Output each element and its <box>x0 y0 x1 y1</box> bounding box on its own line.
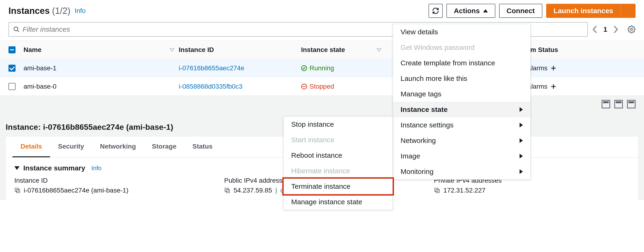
mi-image[interactable]: Image <box>393 148 530 164</box>
state-running: Running <box>301 64 334 72</box>
status-ok-icon <box>301 65 307 71</box>
detail-value: i-07616b8655aec274e (ami-base-1) <box>14 187 128 194</box>
detail-title-id: i-07616b8655aec274e (ami-base-1) <box>43 122 173 131</box>
state-label: Running <box>310 64 334 72</box>
detail-value: 172.31.52.227 <box>434 187 486 194</box>
caret-up-icon <box>483 9 488 12</box>
svg-rect-20 <box>435 188 438 191</box>
density-full[interactable] <box>627 100 636 108</box>
actions-menu: View details Get Windows password Create… <box>393 24 531 180</box>
launch-instances-caret[interactable] <box>621 4 636 18</box>
row-name: ami-base-1 <box>24 64 56 72</box>
col-state[interactable]: Instance state <box>301 46 386 54</box>
plus-icon <box>550 65 556 71</box>
next-page-icon[interactable] <box>614 26 618 33</box>
mi-launch-more[interactable]: Launch more like this <box>393 71 530 86</box>
select-all[interactable] <box>0 46 24 53</box>
mi-reboot-instance[interactable]: Reboot instance <box>284 148 392 163</box>
filter-row: 1 <box>0 22 644 40</box>
launch-label: Launch instances <box>554 7 613 15</box>
instance-state-submenu: Stop instance Start instance Reboot inst… <box>284 116 393 210</box>
launch-instances-button[interactable]: Launch instances <box>546 4 621 18</box>
detail-value-text: 54.237.59.85 <box>234 187 272 194</box>
refresh-button[interactable] <box>428 4 443 18</box>
svg-rect-18 <box>225 188 228 191</box>
chevron-right-icon <box>510 138 523 143</box>
density-normal[interactable] <box>614 100 623 108</box>
state-label: Stopped <box>310 83 334 90</box>
row-checkbox[interactable] <box>8 65 16 72</box>
info-link[interactable]: Info <box>74 7 86 14</box>
chevron-right-icon <box>510 169 523 174</box>
mi-manage-tags[interactable]: Manage tags <box>393 86 530 102</box>
svg-rect-17 <box>226 190 230 193</box>
mi-networking[interactable]: Networking <box>393 133 530 148</box>
actions-button[interactable]: Actions <box>446 4 495 18</box>
copy-icon[interactable] <box>14 187 20 194</box>
table-row[interactable]: ami-base-0 i-0858868d0335fb0c3 Stopped N… <box>0 77 644 96</box>
density-compact[interactable] <box>602 100 610 108</box>
settings-gear-icon[interactable] <box>628 25 636 33</box>
plus-icon <box>550 83 556 90</box>
section-header[interactable]: Instance summary Info <box>14 164 102 174</box>
prev-page-icon[interactable] <box>592 26 597 33</box>
mi-instance-settings[interactable]: Instance settings <box>393 117 530 133</box>
sort-caret-icon <box>170 48 174 51</box>
svg-rect-15 <box>16 190 20 193</box>
pager: 1 <box>592 25 618 33</box>
section-info-link[interactable]: Info <box>91 165 101 172</box>
chevron-down-icon <box>14 166 20 170</box>
mi-hibernate-instance: Hibernate instance <box>284 163 392 179</box>
mi-monitoring[interactable]: Monitoring <box>393 164 530 179</box>
mi-manage-instance-state[interactable]: Manage instance state <box>284 194 392 210</box>
table-header: Name Instance ID Instance state heck Ala… <box>0 41 644 59</box>
mi-label: Instance settings <box>400 121 454 129</box>
mi-label: Image <box>400 152 420 160</box>
tab-networking[interactable]: Networking <box>92 137 144 157</box>
table-row[interactable]: ami-base-1 i-07616b8655aec274e Running l… <box>0 59 644 77</box>
tab-details[interactable]: Details <box>12 137 50 157</box>
svg-marker-0 <box>483 9 488 12</box>
row-id[interactable]: i-0858868d0335fb0c3 <box>179 83 242 90</box>
row-checkbox[interactable] <box>8 83 16 90</box>
mi-view-details[interactable]: View details <box>393 24 530 40</box>
row-name: ami-base-0 <box>24 83 56 90</box>
col-name[interactable]: Name <box>24 46 179 54</box>
section-title: Instance summary <box>23 164 85 172</box>
sort-caret-icon <box>377 48 381 51</box>
col-name-label: Name <box>24 46 42 54</box>
tab-storage[interactable]: Storage <box>144 137 184 157</box>
svg-point-2 <box>14 27 18 31</box>
title-text: Instances <box>8 6 50 16</box>
copy-icon[interactable] <box>224 187 230 194</box>
page-number: 1 <box>603 25 607 33</box>
tab-security[interactable]: Security <box>50 137 92 157</box>
row-id[interactable]: i-07616b8655aec274e <box>179 64 244 72</box>
mi-create-template[interactable]: Create template from instance <box>393 55 530 71</box>
svg-marker-23 <box>520 138 523 143</box>
detail-label: Instance ID <box>14 177 210 184</box>
detail-col-instance-id: Instance ID i-07616b8655aec274e (ami-bas… <box>14 177 210 195</box>
mi-get-windows-password: Get Windows password <box>393 40 530 55</box>
mi-instance-state[interactable]: Instance state <box>393 102 530 117</box>
svg-rect-16 <box>15 188 18 191</box>
connect-label: Connect <box>507 7 535 15</box>
svg-marker-14 <box>14 166 20 170</box>
mi-terminate-instance[interactable]: Terminate instance <box>282 177 394 196</box>
svg-point-7 <box>302 66 307 71</box>
checkbox-indeterminate-icon[interactable] <box>8 46 16 53</box>
col-id-label: Instance ID <box>179 46 214 54</box>
svg-marker-24 <box>520 154 523 158</box>
mi-stop-instance[interactable]: Stop instance <box>284 117 392 132</box>
copy-icon[interactable] <box>434 187 440 194</box>
col-alarm[interactable]: Alarm Status <box>518 46 644 54</box>
svg-marker-21 <box>520 107 523 112</box>
svg-marker-5 <box>170 48 174 51</box>
tab-status-checks[interactable]: Status <box>184 137 221 157</box>
mi-label: Networking <box>400 137 436 145</box>
detail-value-text: i-07616b8655aec274e (ami-base-1) <box>24 187 128 194</box>
col-id[interactable]: Instance ID <box>179 46 301 54</box>
connect-button[interactable]: Connect <box>499 4 542 18</box>
page-header: Instances (1/2) Info Actions Connect Lau… <box>0 0 644 22</box>
svg-point-4 <box>630 28 633 30</box>
